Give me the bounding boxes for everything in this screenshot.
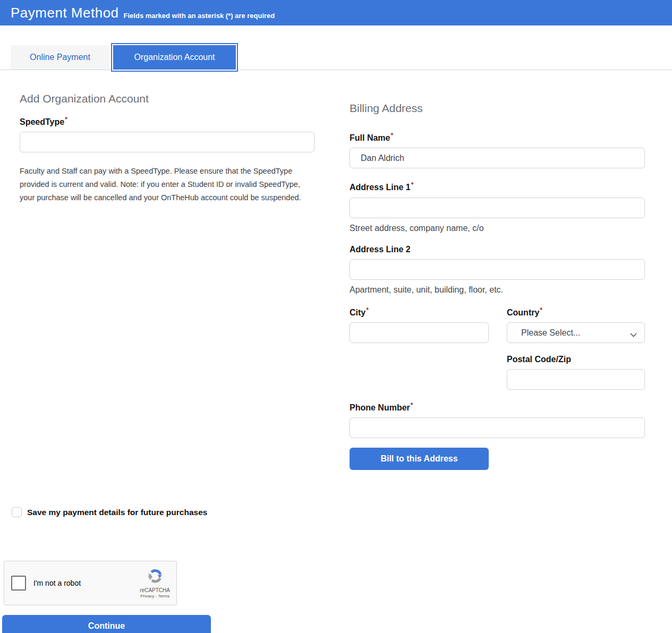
tab-online-payment-label: Online Payment [30,53,90,62]
bill-to-this-address-button[interactable]: Bill to this Address [350,448,489,470]
tab-organization-account-label: Organization Account [134,53,215,62]
city-field: City* [350,306,489,390]
recaptcha-links: Privacy - Terms [140,594,169,598]
address-line-1-field: Address Line 1* Street address, company … [350,181,645,233]
address-line-1-required-asterisk: * [411,181,414,189]
billing-address-heading: Billing Address [350,102,645,115]
city-label: City* [350,306,489,318]
required-fields-note: Fields marked with an asterisk (*) are r… [124,12,275,20]
organization-account-heading: Add Organization Account [20,92,314,105]
full-name-required-asterisk: * [390,132,393,139]
city-country-row: City* Country* Please Select... [350,306,645,390]
recaptcha-logo-icon [147,568,163,586]
address-line-1-label: Address Line 1* [350,181,645,192]
recaptcha-brand-text: reCAPTCHA [140,587,170,593]
speedtype-input[interactable] [20,132,314,152]
recaptcha-brand: reCAPTCHA Privacy - Terms [140,568,170,598]
recaptcha-terms-link[interactable]: Terms [158,594,169,598]
phone-number-field: Phone Number* [350,401,645,438]
save-payment-checkbox[interactable] [12,507,22,517]
country-label: Country* [507,306,645,318]
city-required-asterisk: * [366,306,369,314]
phone-number-label: Phone Number* [350,401,645,413]
address-line-2-field: Address Line 2 Apartment, suite, unit, b… [350,245,645,295]
tab-organization-account[interactable]: Organization Account [111,43,238,72]
recaptcha-link-separator: - [156,594,157,598]
address-line-2-input[interactable] [350,259,645,280]
page-title: Payment Method [11,5,119,21]
save-payment-label: Save my payment details for future purch… [27,508,207,517]
country-required-asterisk: * [540,306,542,314]
address-line-2-hint: Apartment, suite, unit, building, floor,… [350,285,645,295]
country-select[interactable]: Please Select... [507,322,645,343]
address-line-1-hint: Street address, company name, c/o [350,224,645,233]
city-input[interactable] [350,322,489,343]
payment-form: Add Organization Account SpeedType* Facu… [0,92,672,470]
country-field: Country* Please Select... [507,306,645,343]
speedtype-label: SpeedType* [20,116,314,127]
address-line-2-label: Address Line 2 [350,245,645,254]
recaptcha-widget: I'm not a robot reCAPTCHA Privacy - Term… [4,561,177,605]
postal-code-field: Postal Code/Zip [507,355,645,390]
organization-account-section: Add Organization Account SpeedType* Facu… [20,92,314,470]
speedtype-required-asterisk: * [65,116,67,123]
full-name-field: Full Name* [350,132,645,168]
address-line-1-input[interactable] [350,198,645,218]
payment-tabs: Online Payment Organization Account [0,44,672,70]
recaptcha-checkbox[interactable] [11,576,26,591]
postal-code-input[interactable] [507,369,645,390]
phone-number-input[interactable] [350,417,645,438]
full-name-label: Full Name* [350,132,645,143]
billing-address-section: Billing Address Full Name* Address Line … [350,92,645,470]
speedtype-note: Faculty and Staff can pay with a SpeedTy… [20,165,314,204]
continue-button[interactable]: Continue [2,615,211,633]
tab-online-payment[interactable]: Online Payment [11,45,109,70]
save-payment-row: Save my payment details for future purch… [12,507,672,517]
full-name-input[interactable] [350,148,645,168]
country-postal-column: Country* Please Select... Postal Code/Zi… [507,306,645,390]
recaptcha-label: I'm not a robot [33,579,81,587]
page-header: Payment Method Fields marked with an ast… [0,0,672,25]
phone-number-required-asterisk: * [411,401,413,409]
postal-code-label: Postal Code/Zip [507,355,645,364]
recaptcha-privacy-link[interactable]: Privacy [140,594,154,598]
